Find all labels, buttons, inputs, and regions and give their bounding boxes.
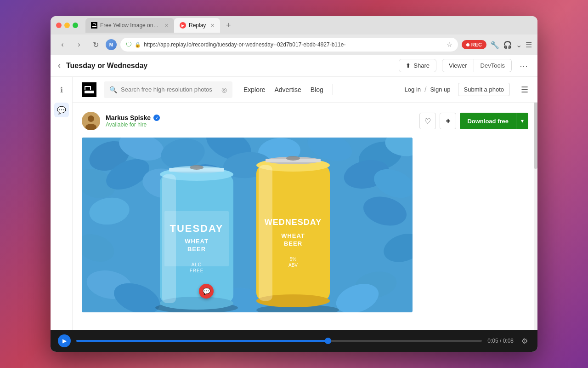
progress-thumb[interactable] xyxy=(325,338,331,344)
tabs-bar: Free Yellow Image on Unsplash ✕ ▶ Replay… xyxy=(85,18,532,33)
unsplash-logo-mark xyxy=(85,86,94,93)
search-input[interactable] xyxy=(121,86,213,93)
extensions-icon[interactable]: 🔧 xyxy=(490,40,499,49)
video-controls: ▶ 0:05 / 0:08 ⚙ xyxy=(51,330,537,352)
download-options-button[interactable]: ▾ xyxy=(516,113,528,129)
photo-header: Markus Spiske ✓ Available for hire ♡ + D… xyxy=(82,112,528,130)
comment-bubble-icon: 💬 xyxy=(203,288,210,295)
download-free-button[interactable]: Download free xyxy=(460,113,516,129)
video-settings-button[interactable]: ⚙ xyxy=(519,335,530,346)
nav-separator xyxy=(333,84,333,95)
photo-area: Markus Spiske ✓ Available for hire ♡ + D… xyxy=(73,103,537,322)
search-icon: 🔍 xyxy=(109,86,117,93)
share-button[interactable]: ⬆ Share xyxy=(399,59,436,72)
comment-annotation-bubble[interactable]: 💬 xyxy=(199,284,214,299)
beer-photo: TUESDAY WHEAT BEER ALC FREE xyxy=(82,138,413,312)
website-content: 🔍 ◎ Explore Advertise Blog Log in / Sign… xyxy=(73,77,537,330)
svg-text:BEER: BEER xyxy=(187,246,206,253)
auth-links: Log in / Sign up xyxy=(405,86,451,94)
maximize-window-button[interactable] xyxy=(73,23,78,28)
info-icon: ℹ xyxy=(60,86,63,94)
headphones-icon[interactable]: 🎧 xyxy=(503,40,512,49)
traffic-lights xyxy=(56,23,78,28)
blog-link[interactable]: Blog xyxy=(311,86,323,93)
time-display: 0:05 / 0:08 xyxy=(487,338,514,344)
hamburger-menu-icon[interactable]: ☰ xyxy=(521,85,528,95)
left-sidebar: ℹ 💬 xyxy=(51,77,73,330)
scrollbar-track xyxy=(534,77,537,330)
time-separator: / xyxy=(500,338,503,344)
viewer-devtools-toggle: Viewer DevTools xyxy=(442,59,512,72)
author-name-text: Markus Spiske xyxy=(106,114,151,121)
svg-text:WHEAT: WHEAT xyxy=(281,232,305,239)
bookmark-star-icon[interactable]: ☆ xyxy=(447,41,452,48)
signup-link[interactable]: Sign up xyxy=(430,86,450,93)
devtools-tab-button[interactable]: DevTools xyxy=(474,59,512,72)
author-info: Markus Spiske ✓ Available for hire xyxy=(106,114,419,128)
nav-links: Explore Advertise Blog xyxy=(243,86,323,93)
mixpanel-icon: M xyxy=(106,39,117,50)
submit-photo-button[interactable]: Submit a photo xyxy=(458,83,510,96)
replay-favicon: ▶ xyxy=(180,22,186,29)
like-button[interactable]: ♡ xyxy=(419,113,436,129)
unsplash-logo[interactable] xyxy=(82,82,96,97)
svg-text:5%: 5% xyxy=(290,257,297,262)
main-content: ℹ 💬 🔍 ◎ xyxy=(51,77,537,330)
replay-tab-close[interactable]: ✕ xyxy=(210,23,215,29)
unsplash-favicon xyxy=(91,22,97,29)
explore-link[interactable]: Explore xyxy=(243,86,265,93)
share-icon: ⬆ xyxy=(406,62,411,69)
title-bar: Free Yellow Image on Unsplash ✕ ▶ Replay… xyxy=(51,16,537,34)
rec-indicator xyxy=(466,43,469,46)
camera-lens-icon: ◎ xyxy=(221,86,227,93)
url-bar[interactable]: 🛡 🔒 https://app.replay.io/recording/tues… xyxy=(120,38,458,52)
author-hire-link[interactable]: Available for hire xyxy=(106,121,419,128)
menu-icon[interactable]: ☰ xyxy=(526,40,532,49)
author-name: Markus Spiske ✓ xyxy=(106,114,419,121)
back-button[interactable]: ‹ xyxy=(56,38,69,51)
svg-rect-47 xyxy=(259,165,272,301)
svg-text:WHEAT: WHEAT xyxy=(185,238,209,245)
new-tab-button[interactable]: + xyxy=(222,19,235,32)
sidebar-comments-button[interactable]: 💬 xyxy=(54,103,69,117)
url-text: https://app.replay.io/recording/tuesday-… xyxy=(144,41,345,48)
svg-text:BEER: BEER xyxy=(284,240,302,247)
add-to-collection-button[interactable]: + xyxy=(440,113,456,129)
replay-tab[interactable]: ▶ Replay ✕ xyxy=(174,18,220,33)
play-icon: ▶ xyxy=(62,338,67,344)
refresh-button[interactable]: ↻ xyxy=(89,38,102,51)
verified-badge: ✓ xyxy=(153,115,160,121)
author-avatar[interactable] xyxy=(82,112,100,130)
total-time: 0:08 xyxy=(503,338,514,344)
search-bar[interactable]: 🔍 ◎ xyxy=(104,81,232,98)
forward-button[interactable]: › xyxy=(73,38,85,51)
more-options-button[interactable]: ⋯ xyxy=(517,59,530,72)
rec-button[interactable]: REC xyxy=(462,40,486,49)
viewer-tab-button[interactable]: Viewer xyxy=(442,59,474,72)
progress-fill xyxy=(76,340,328,342)
auth-separator: / xyxy=(424,86,426,94)
sidebar-info-button[interactable]: ℹ xyxy=(54,82,69,97)
recording-title: Tuesday or Wednesday xyxy=(66,62,393,70)
svg-text:FREE: FREE xyxy=(190,268,204,273)
comments-icon: 💬 xyxy=(57,106,66,115)
browser-window: Free Yellow Image on Unsplash ✕ ▶ Replay… xyxy=(51,16,537,352)
security-shield-icon: 🛡 xyxy=(126,41,132,48)
play-button[interactable]: ▶ xyxy=(58,334,71,347)
share-label: Share xyxy=(413,62,430,69)
close-window-button[interactable] xyxy=(56,23,62,28)
svg-point-50 xyxy=(286,156,300,161)
svg-point-37 xyxy=(190,165,204,170)
advertise-link[interactable]: Advertise xyxy=(274,86,301,93)
unsplash-tab[interactable]: Free Yellow Image on Unsplash ✕ xyxy=(85,18,174,33)
progress-track[interactable] xyxy=(76,340,482,342)
back-nav-button[interactable]: ‹ xyxy=(58,61,61,70)
wednesday-can: WEDNESDAY WHEAT BEER 5% ABV xyxy=(256,156,330,307)
unsplash-tab-close[interactable]: ✕ xyxy=(164,23,169,29)
login-link[interactable]: Log in xyxy=(405,86,421,93)
svg-point-1 xyxy=(88,115,94,122)
address-bar: ‹ › ↻ M 🛡 🔒 https://app.replay.io/record… xyxy=(51,34,537,55)
rec-label: REC xyxy=(471,42,482,47)
chevron-down-icon[interactable]: ⌄ xyxy=(516,40,522,49)
minimize-window-button[interactable] xyxy=(64,23,70,28)
